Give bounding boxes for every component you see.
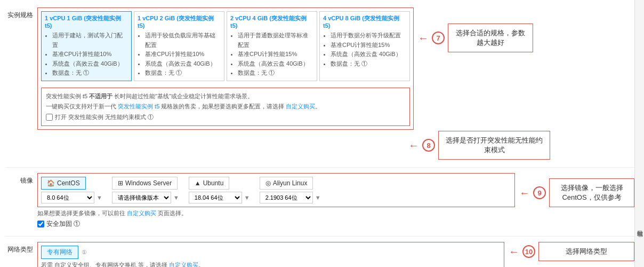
- arrow-left-7: ←: [418, 32, 429, 44]
- spec-card-4-item-3: 数据盘：无 ①: [331, 59, 406, 69]
- divider-2: [5, 236, 634, 237]
- spec-card-4[interactable]: 4 vCPU 8 GiB (突发性能实例 t5) 适用于数据分析等升级配置 基准…: [319, 11, 410, 81]
- network-label: 网络类型: [5, 242, 37, 254]
- aliyun-version-select[interactable]: 2.1903 64位: [260, 192, 313, 203]
- spec-card-1-item-0: 适用于建站，测试等入门配置: [52, 31, 128, 50]
- burstable-notice: 突发性能实例 t5 不适用于 长时间超过性能"基线"或企业稳定计算性能需求场景。…: [41, 88, 410, 126]
- burst-link-1[interactable]: 突发性能实例 t5: [118, 103, 159, 109]
- ubuntu-version: 18.04 64位 ▼: [189, 192, 250, 203]
- spec-card-1-item-3: 数据盘：无 ①: [52, 68, 128, 78]
- image-content: 🏠 CentOS 8.0 64位 ▼: [37, 173, 634, 229]
- network-type-btn[interactable]: 专有网络: [41, 246, 78, 259]
- windows-icon: ⊞: [118, 179, 123, 187]
- annotation-10-row: ← 10 选择网络类型: [509, 242, 634, 261]
- annotation-8-box: 选择是否打开突发性能无性能约束模式: [438, 131, 550, 160]
- image-bottom-text: 如果想要选择更多镜像，可以前往 自定义购买 页面选择。: [37, 209, 515, 217]
- windows-version: 请选择镜像版本 ▼: [112, 192, 179, 203]
- image-label: 镜像: [5, 173, 37, 185]
- ubuntu-version-select[interactable]: 18.04 64位: [189, 192, 242, 203]
- aliyun-version: 2.1903 64位 ▼: [260, 192, 321, 203]
- aliyun-icon: ◎: [265, 179, 271, 187]
- spec-card-3-item-0: 适用于普通数据处理等标准配置: [238, 31, 313, 50]
- spec-card-1-item-2: 系统盘（高效云盘 40GiB）: [52, 59, 128, 69]
- security-label: 安全加固 ①: [46, 219, 80, 229]
- ubuntu-icon: ▲: [195, 179, 201, 187]
- spec-card-4-item-0: 适用于数据分析等升级配置: [331, 31, 406, 41]
- spec-card-2-item-3: 数据盘：无 ①: [145, 68, 221, 78]
- image-windows-group: ⊞ Windows Server 请选择镜像版本 ▼: [112, 177, 184, 203]
- arrow-left-8: ←: [408, 139, 419, 152]
- page-wrapper: 实例规格 1 vCPU 1 GiB (突发性能实例 t5) 适用于建站，测试等入…: [0, 0, 644, 267]
- annotation-9-row: ← 9 选择镜像，一般选择CentOS，仅供参考: [519, 178, 634, 207]
- badge-10: 10: [522, 245, 535, 258]
- spec-container: 1 vCPU 1 GiB (突发性能实例 t5) 适用于建站，测试等入门配置 基…: [37, 7, 414, 130]
- spec-card-3-list: 适用于普通数据处理等标准配置 基准CPU计算性能15% 系统盘（高效云盘 40G…: [230, 31, 313, 78]
- arrow-left-9: ←: [519, 187, 530, 199]
- spec-card-1-list: 适用于建站，测试等入门配置 基准CPU计算性能10% 系统盘（高效云盘 40Gi…: [45, 31, 128, 78]
- security-row: 安全加固 ①: [37, 219, 515, 229]
- centos-version: 8.0 64位 ▼: [41, 192, 102, 203]
- spec-card-2[interactable]: 1 vCPU 2 GiB (突发性能实例 t5) 适用于较低负载应用等基础配置 …: [134, 11, 224, 81]
- network-info: 若需 自定义安全组、专有网络交换机 等，请选择 自定义购买。: [41, 261, 501, 267]
- badge-8: 8: [422, 139, 435, 152]
- centos-icon: 🏠: [47, 179, 55, 187]
- spec-card-4-title: 4 vCPU 8 GiB (突发性能实例 t5): [323, 14, 406, 29]
- spec-card-4-list: 适用于数据分析等升级配置 基准CPU计算性能15% 系统盘（高效云盘 40GiB…: [323, 31, 406, 68]
- image-ubuntu-group: ▲ Ubuntu 18.04 64位 ▼: [189, 177, 255, 203]
- arrow-left-10: ←: [509, 246, 519, 258]
- centos-version-select[interactable]: 8.0 64位: [41, 192, 94, 203]
- network-section: 网络类型 专有网络 ① 若需 自定义安全组、专有网络交换机 等，请选择 自定义购…: [5, 240, 634, 267]
- spec-card-1[interactable]: 1 vCPU 1 GiB (突发性能实例 t5) 适用于建站，测试等入门配置 基…: [41, 11, 132, 81]
- network-content: 专有网络 ① 若需 自定义安全组、专有网络交换机 等，请选择 自定义购买。 ← …: [37, 242, 634, 267]
- windows-version-arrow: ▼: [173, 194, 179, 201]
- tab-ubuntu[interactable]: ▲ Ubuntu: [189, 177, 230, 190]
- spec-label: 实例规格: [5, 7, 37, 20]
- tab-centos[interactable]: 🏠 CentOS: [41, 177, 86, 190]
- spec-card-2-item-2: 系统盘（高效云盘 40GiB）: [145, 59, 221, 69]
- spec-full-row: 1 vCPU 1 GiB (突发性能实例 t5) 适用于建站，测试等入门配置 基…: [37, 7, 634, 130]
- spec-section: 实例规格 1 vCPU 1 GiB (突发性能实例 t5) 适用于建站，测试等入…: [5, 5, 634, 162]
- centos-label: CentOS: [57, 179, 80, 187]
- spec-card-2-item-0: 适用于较低负载应用等基础配置: [145, 31, 221, 50]
- tab-aliyun[interactable]: ◎ Aliyun Linux: [260, 177, 313, 190]
- tab-windows[interactable]: ⊞ Windows Server: [112, 177, 178, 190]
- main-content: 实例规格 1 vCPU 1 GiB (突发性能实例 t5) 适用于建站，测试等入…: [0, 0, 634, 267]
- network-custom-link[interactable]: 自定义购买: [169, 262, 198, 267]
- spec-card-3[interactable]: 2 vCPU 4 GiB (突发性能实例 t5) 适用于普通数据处理等标准配置 …: [227, 11, 317, 81]
- spec-card-3-title: 2 vCPU 4 GiB (突发性能实例 t5): [230, 14, 313, 29]
- badge-9: 9: [533, 186, 546, 199]
- windows-label: Windows Server: [125, 179, 172, 187]
- spec-card-3-item-3: 数据盘：无 ①: [238, 68, 313, 78]
- right-sidebar[interactable]: 口驾物车: [634, 0, 644, 267]
- spec-card-4-item-2: 系统盘（高效云盘 40GiB）: [331, 50, 406, 59]
- burst-checkbox[interactable]: [46, 114, 53, 121]
- burst-checkbox-label: 打开 突发性能实例 无性能约束模式 ①: [55, 112, 154, 122]
- image-custom-link[interactable]: 自定义购买: [127, 210, 156, 216]
- annotation-10-box: 选择网络类型: [538, 242, 634, 261]
- spec-card-2-list: 适用于较低负载应用等基础配置 基准CPU计算性能10% 系统盘（高效云盘 40G…: [138, 31, 221, 78]
- network-container: 专有网络 ① 若需 自定义安全组、专有网络交换机 等，请选择 自定义购买。: [37, 242, 504, 267]
- aliyun-version-arrow: ▼: [315, 194, 321, 201]
- burst-checkbox-row: 打开 突发性能实例 无性能约束模式 ①: [46, 112, 405, 122]
- badge-7: 7: [432, 32, 445, 44]
- security-checkbox[interactable]: [37, 221, 44, 227]
- image-aliyun-group: ◎ Aliyun Linux 2.1903 64位 ▼: [260, 177, 326, 203]
- centos-version-arrow: ▼: [96, 194, 102, 201]
- network-full-row: 专有网络 ① 若需 自定义安全组、专有网络交换机 等，请选择 自定义购买。 ← …: [37, 242, 634, 267]
- windows-version-select[interactable]: 请选择镜像版本: [112, 192, 171, 203]
- spec-card-3-item-1: 基准CPU计算性能15%: [238, 50, 313, 59]
- burst-link-2[interactable]: 自定义购买: [286, 103, 315, 109]
- spec-card-2-title: 1 vCPU 2 GiB (突发性能实例 t5): [138, 14, 221, 29]
- image-main: 🏠 CentOS 8.0 64位 ▼: [37, 173, 515, 229]
- spec-content: 1 vCPU 1 GiB (突发性能实例 t5) 适用于建站，测试等入门配置 基…: [37, 7, 634, 160]
- image-tabs: 🏠 CentOS 8.0 64位 ▼: [37, 173, 515, 207]
- spec-card-2-item-1: 基准CPU计算性能10%: [145, 50, 221, 59]
- spec-card-1-title: 1 vCPU 1 GiB (突发性能实例 t5): [45, 14, 128, 29]
- network-type-row: 专有网络 ①: [41, 246, 501, 259]
- ubuntu-label: Ubuntu: [203, 179, 224, 187]
- ubuntu-version-arrow: ▼: [244, 194, 250, 201]
- spec-options: 1 vCPU 1 GiB (突发性能实例 t5) 适用于建站，测试等入门配置 基…: [41, 11, 410, 81]
- annotation-7-box: 选择合适的规格，参数越大越好: [448, 23, 533, 52]
- annotation-8-row: ← 8 选择是否打开突发性能无性能约束模式: [37, 131, 634, 160]
- spec-card-3-item-2: 系统盘（高效云盘 40GiB）: [238, 59, 313, 69]
